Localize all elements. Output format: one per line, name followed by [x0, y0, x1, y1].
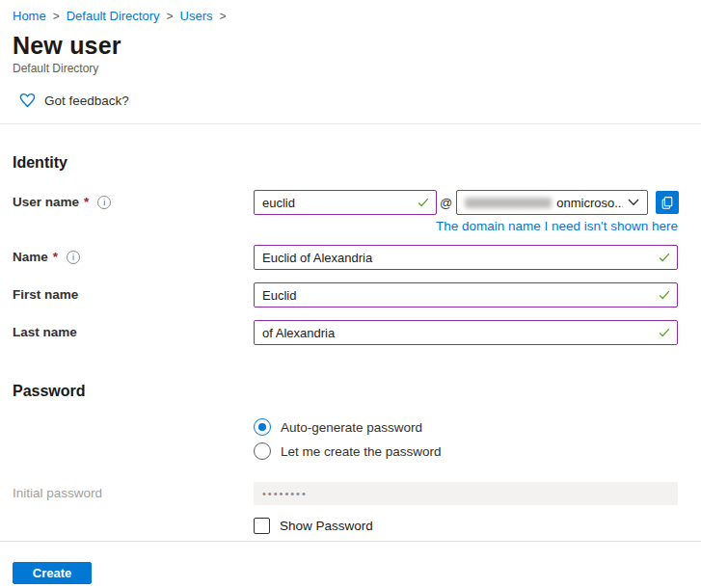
name-label-group: Name* i [13, 245, 254, 270]
name-label: Name [13, 245, 48, 270]
domain-not-shown-link[interactable]: The domain name I need isn't shown here [254, 219, 678, 233]
username-label: User name [13, 190, 79, 215]
password-option-row: Auto-generate password [13, 418, 701, 436]
initial-password-row: Initial password •••••••• [13, 482, 701, 505]
last-name-input[interactable] [254, 320, 678, 345]
domain-select[interactable]: onmicroso... [456, 190, 648, 215]
name-input[interactable] [254, 245, 678, 270]
auto-generate-password-label: Auto-generate password [281, 420, 422, 435]
initial-password-label: Initial password [13, 482, 254, 505]
copy-icon [661, 196, 674, 210]
last-name-label-group: Last name [13, 320, 254, 345]
password-heading: Password [13, 383, 701, 400]
name-row: Name* i [13, 245, 701, 270]
breadcrumb-separator: > [53, 10, 60, 23]
domain-suffix: onmicroso... [556, 196, 623, 210]
create-password-radio[interactable]: Let me create the password [254, 442, 678, 460]
first-name-label-group: First name [13, 282, 254, 307]
breadcrumb-home[interactable]: Home [13, 9, 46, 23]
first-name-input[interactable] [254, 282, 678, 307]
redacted-domain-blur [465, 198, 552, 208]
show-password-label: Show Password [280, 519, 373, 533]
password-option-row: Let me create the password [13, 442, 701, 460]
radio-unselected-icon [254, 442, 271, 460]
required-asterisk: * [84, 190, 89, 215]
radio-selected-icon [254, 418, 271, 436]
username-label-group: User name* i [13, 190, 254, 215]
breadcrumb-users[interactable]: Users [180, 9, 213, 23]
breadcrumb-separator: > [219, 10, 226, 23]
create-button[interactable]: Create [13, 562, 92, 584]
username-row: User name* i @ onmicroso... [13, 190, 701, 233]
got-feedback-button[interactable]: Got feedback? [19, 92, 129, 109]
at-symbol: @ [440, 196, 452, 210]
last-name-row: Last name [13, 320, 701, 345]
first-name-label: First name [13, 282, 78, 307]
username-input[interactable] [254, 190, 437, 215]
copy-icon-button[interactable] [656, 191, 679, 214]
first-name-row: First name [13, 282, 701, 307]
breadcrumb: Home > Default Directory > Users > [0, 0, 701, 23]
auto-generate-password-radio[interactable]: Auto-generate password [254, 418, 678, 436]
required-asterisk: * [53, 245, 58, 270]
show-password-checkbox-group[interactable]: Show Password [254, 517, 678, 534]
show-password-row: Show Password [13, 517, 701, 534]
page-subtitle: Default Directory [13, 62, 701, 75]
footer: Create [0, 542, 701, 584]
info-icon[interactable]: i [97, 196, 111, 209]
heart-icon [19, 93, 36, 108]
info-icon[interactable]: i [67, 251, 80, 264]
breadcrumb-default-directory[interactable]: Default Directory [67, 9, 160, 23]
create-password-label: Let me create the password [281, 444, 442, 459]
checkbox-unchecked-icon[interactable] [254, 518, 270, 534]
got-feedback-label: Got feedback? [44, 94, 129, 108]
last-name-label: Last name [13, 320, 77, 345]
chevron-down-icon [628, 199, 639, 206]
page-title: New user [13, 32, 701, 60]
toolbar-divider [0, 123, 701, 124]
initial-password-field: •••••••• [254, 482, 678, 505]
breadcrumb-separator: > [167, 10, 174, 23]
identity-heading: Identity [13, 154, 701, 172]
